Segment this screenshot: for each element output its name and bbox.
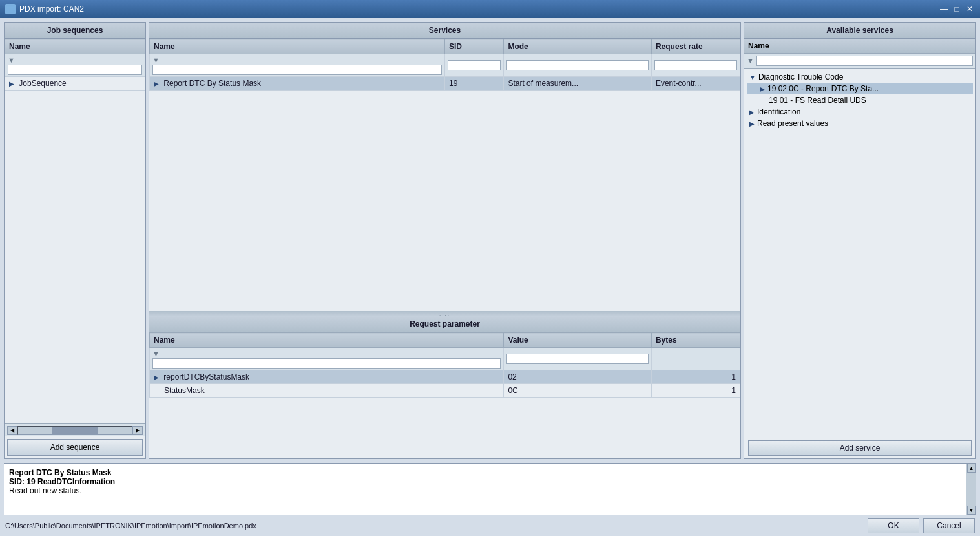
service-mode: Start of measurem... <box>504 77 652 91</box>
available-services-panel: Available services Name ▼ ▼ Diagnostic T… <box>744 22 976 459</box>
tree-item-identification[interactable]: ▶ Identification <box>747 106 973 118</box>
services-section: Services Name SID Mode Request rate ▼ <box>149 23 740 311</box>
title-bar: PDX import: CAN2 — □ ✕ <box>0 0 980 18</box>
service-rate: Event-contr... <box>651 77 740 91</box>
scroll-right-button[interactable]: ▶ <box>132 426 143 435</box>
services-table: Name SID Mode Request rate ▼ <box>149 39 740 91</box>
services-mode-filter[interactable] <box>506 60 649 70</box>
job-sequences-panel: Job sequences Name ▼ <box>4 22 146 459</box>
available-name-col-header: Name <box>744 39 975 54</box>
report-dtc-label: 19 02 0C - Report DTC By Sta... <box>767 84 879 93</box>
job-sequences-table: Name ▼ ▶ JobSequ <box>5 39 145 91</box>
window-content: Job sequences Name ▼ <box>0 18 980 536</box>
param-filter-icon: ▼ <box>152 350 160 358</box>
param-bytes-0: 1 <box>651 370 740 384</box>
services-header: Services <box>149 23 740 39</box>
services-filter-icon: ▼ <box>152 56 160 64</box>
scroll-down-button[interactable]: ▼ <box>967 506 976 515</box>
param-expand-icon[interactable]: ▶ <box>154 374 159 381</box>
ok-button[interactable]: OK <box>868 518 919 533</box>
param-name-col: Name <box>150 333 504 348</box>
param-value-0: 02 <box>504 370 652 384</box>
scroll-left-button[interactable]: ◀ <box>7 426 17 435</box>
param-name-filter[interactable] <box>152 358 501 369</box>
job-sequences-header: Job sequences <box>5 23 145 39</box>
request-parameter-table: Name Value Bytes ▼ <box>149 332 740 398</box>
window-title: PDX import: CAN2 <box>19 5 84 14</box>
tree-item-read-present[interactable]: ▶ Read present values <box>747 118 973 129</box>
service-name: Report DTC By Status Mask <box>163 79 261 88</box>
request-parameter-section: Request parameter Name Value Bytes ▼ <box>149 316 740 458</box>
bottom-info-text-area: Report DTC By Status Mask SID: 19 ReadDT… <box>4 464 966 515</box>
available-filter-input[interactable] <box>756 56 973 66</box>
tree-item-fs-read[interactable]: 19 01 - FS Read Detail UDS <box>747 94 973 106</box>
services-sid-filter[interactable] <box>448 60 501 70</box>
services-rate-filter[interactable] <box>654 60 737 70</box>
param-value-filter[interactable] <box>506 354 649 364</box>
request-parameter-header: Request parameter <box>149 316 740 332</box>
window-icon <box>5 4 16 14</box>
services-mode-col: Mode <box>504 39 652 54</box>
status-bar: C:\Users\Public\Documents\IPETRONIK\IPEm… <box>0 515 980 536</box>
vertical-scrollbar[interactable]: ▲ ▼ <box>966 464 976 515</box>
bottom-info-area: Report DTC By Status Mask SID: 19 ReadDT… <box>4 463 976 515</box>
param-name-1: StatusMask <box>164 386 205 395</box>
dtc-label: Diagnostic Trouble Code <box>758 72 843 81</box>
param-value-1: 0C <box>504 384 652 398</box>
panels-row: Job sequences Name ▼ <box>0 18 980 463</box>
filter-cell: ▼ <box>5 54 145 77</box>
services-name-col: Name <box>150 39 445 54</box>
services-name-filter[interactable] <box>152 65 442 75</box>
close-button[interactable]: ✕ <box>964 4 975 14</box>
horizontal-scrollbar[interactable] <box>17 426 132 435</box>
middle-panel: Services Name SID Mode Request rate ▼ <box>149 22 741 459</box>
add-service-button[interactable]: Add service <box>748 440 972 456</box>
tree-item-report-dtc[interactable]: ▶ 19 02 0C - Report DTC By Sta... <box>747 83 973 94</box>
job-sequences-filter-input[interactable] <box>8 65 142 75</box>
available-filter-icon: ▼ <box>747 57 754 65</box>
job-sequence-name: JobSequence <box>19 79 66 88</box>
identification-label: Identification <box>757 107 800 116</box>
table-row[interactable]: StatusMask 0C 1 <box>150 384 740 398</box>
read-present-expand-icon[interactable]: ▶ <box>749 120 755 127</box>
minimize-button[interactable]: — <box>939 4 949 14</box>
filter-icon: ▼ <box>8 56 15 64</box>
expand-icon[interactable]: ▶ <box>9 80 14 87</box>
scrollbar-thumb <box>52 427 98 434</box>
param-bytes-1: 1 <box>651 384 740 398</box>
available-services-tree: ▼ Diagnostic Trouble Code ▶ 19 02 0C - R… <box>744 69 975 438</box>
services-sid-col: SID <box>445 39 504 54</box>
identification-expand-icon[interactable]: ▶ <box>749 109 755 116</box>
panel-divider[interactable]: .... <box>149 311 740 316</box>
report-dtc-arrow[interactable]: ▶ <box>760 85 765 92</box>
table-row[interactable]: ▶ reportDTCByStatusMask 02 1 <box>150 370 740 384</box>
maximize-button[interactable]: □ <box>952 4 962 14</box>
action-buttons: OK Cancel <box>868 518 975 533</box>
available-filter-row: ▼ <box>744 54 975 69</box>
table-row[interactable]: ▶ Report DTC By Status Mask 19 Start of … <box>150 77 740 91</box>
service-sid: 19 <box>445 77 504 91</box>
services-rate-col: Request rate <box>651 39 740 54</box>
service-expand-icon[interactable]: ▶ <box>154 80 159 87</box>
read-present-label: Read present values <box>757 119 828 128</box>
bottom-info-line2: SID: 19 ReadDTCInformation <box>9 477 115 486</box>
horizontal-scrollbar-area: ◀ ▶ <box>5 423 145 436</box>
scroll-up-button[interactable]: ▲ <box>967 464 976 473</box>
add-sequence-button[interactable]: Add sequence <box>7 439 143 456</box>
table-row[interactable]: ▶ JobSequence <box>5 77 145 91</box>
svg-rect-0 <box>7 6 14 12</box>
fs-read-label: 19 01 - FS Read Detail UDS <box>760 96 866 105</box>
file-path: C:\Users\Public\Documents\IPETRONIK\IPEm… <box>5 522 256 530</box>
available-services-header: Available services <box>744 23 975 39</box>
cancel-button[interactable]: Cancel <box>923 518 975 533</box>
bottom-info-line1: Report DTC By Status Mask <box>9 468 112 477</box>
dtc-expand-icon[interactable]: ▼ <box>749 74 756 81</box>
col-name-header: Name <box>5 39 145 54</box>
bottom-info-line3: Read out new status. <box>9 486 82 495</box>
param-bytes-col: Bytes <box>651 333 740 348</box>
param-value-col: Value <box>504 333 652 348</box>
tree-item-dtc[interactable]: ▼ Diagnostic Trouble Code <box>747 71 973 83</box>
param-name-0: reportDTCByStatusMask <box>163 372 249 381</box>
